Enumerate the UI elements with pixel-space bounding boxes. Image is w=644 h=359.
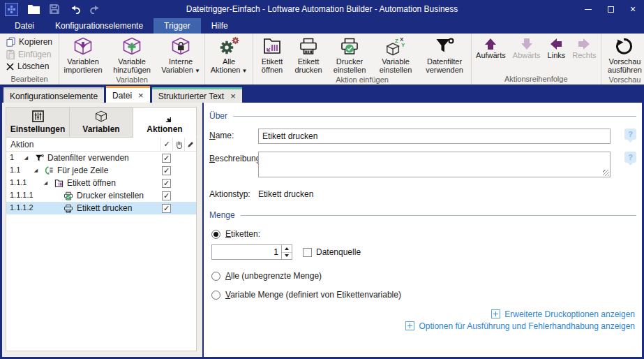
radio-button[interactable] (211, 291, 220, 300)
move-down-button: Abwärts (509, 34, 544, 74)
radio-button[interactable] (211, 230, 220, 239)
app-icon[interactable] (5, 3, 18, 16)
ribbon-tab-datei[interactable]: Datei (4, 18, 45, 34)
action-row-datenfilter[interactable]: 1 ◢ Datenfilter verwenden (6, 152, 196, 164)
set-variable-button[interactable]: ZXY Variable einstellen (373, 34, 419, 75)
ribbon-group-aktionsreihenfolge: Aufwärts Abwärts Links Rechts Aktionsrei… (471, 34, 600, 85)
printer-check-icon (340, 36, 359, 56)
copy-button[interactable]: Kopieren (3, 37, 55, 47)
expand-plus-icon (405, 321, 414, 330)
radio-label: Variable Menge (definiert von Etikettenv… (225, 290, 401, 300)
doc-tab-konfigurationselemente[interactable]: Konfigurationselemente (3, 87, 104, 103)
section-menge: Menge (209, 210, 636, 220)
paste-button: Einfügen (3, 50, 55, 59)
undo-icon[interactable] (69, 4, 80, 14)
move-up-button[interactable]: Aufwärts (472, 34, 509, 74)
edit-pencil-icon (184, 138, 196, 152)
row-number: 1.1.1 (10, 178, 27, 186)
sliders-icon (32, 110, 44, 122)
action-row-fuer-jede-zeile[interactable]: 1.1 ◢ Für jede Zeile (6, 164, 196, 177)
printer-barcode-icon (63, 203, 74, 214)
cube-zxy-icon: ZXY (385, 36, 406, 56)
arrow-down-icon (519, 37, 534, 51)
action-row-drucker-einstellen[interactable]: 1.1.1.1 Drucker einstellen (6, 189, 196, 202)
action-label: Etikett öffnen (67, 178, 116, 188)
action-row-etikett-drucken[interactable]: 1.1.1.2 Etikett drucken (6, 202, 196, 214)
quantity-increment-button[interactable] (282, 245, 292, 252)
cube-icon (95, 110, 107, 122)
datasource-label: Datenquelle (316, 247, 361, 257)
description-field[interactable] (258, 152, 611, 177)
use-data-filter-button[interactable]: Datenfilter verwenden (419, 34, 470, 75)
tab-einstellungen[interactable]: Einstellungen (6, 107, 70, 138)
row-number: 1.1 (10, 166, 20, 174)
action-label: Datenfilter verwenden (47, 153, 129, 163)
all-actions-button[interactable]: Alle Aktionen▼ (206, 34, 252, 75)
description-label: Beschreibung: (209, 152, 258, 163)
quantity-decrement-button[interactable] (282, 252, 292, 260)
name-field[interactable] (258, 129, 611, 144)
ribbon-group-variablen: Variablen importieren Variable hinzufüge… (59, 34, 204, 85)
import-variables-button[interactable]: Variablen importieren (60, 34, 106, 75)
ribbon-tab-hilfe[interactable]: Hilfe (201, 18, 239, 34)
run-preview-icon (615, 36, 635, 56)
save-icon[interactable] (50, 4, 59, 14)
label-quantity-field[interactable] (211, 244, 281, 260)
arrow-up-icon (483, 37, 498, 51)
internal-variables-button[interactable]: Interne Variablen▼ (158, 34, 204, 75)
funnel-icon (435, 36, 454, 56)
open-file-icon[interactable] (28, 5, 40, 14)
label-open-icon (53, 178, 64, 189)
action-enabled-checkbox[interactable] (162, 204, 171, 213)
action-enabled-checkbox[interactable] (162, 179, 171, 188)
close-tab-icon[interactable]: × (230, 91, 236, 101)
action-label: Für jede Zeile (57, 166, 108, 175)
radio-button[interactable] (211, 272, 220, 281)
action-enabled-checkbox[interactable] (162, 154, 171, 163)
radio-etiketten[interactable]: Etiketten: (209, 229, 636, 239)
help-badge[interactable]: ? (624, 129, 636, 140)
row-number: 1.1.1.2 (10, 203, 33, 212)
open-label-button[interactable]: Etikett öffnen (254, 34, 290, 75)
ribbon-tab-konfigurationselemente[interactable]: Konfigurationselemente (45, 18, 153, 34)
action-enabled-checkbox[interactable] (162, 191, 171, 200)
cube-import-icon (73, 36, 93, 56)
action-row-etikett-oeffnen[interactable]: 1.1.1 ◢ Etikett öffnen (6, 177, 196, 189)
for-each-icon (43, 166, 54, 176)
expander-icon[interactable]: ◢ (22, 155, 31, 161)
datasource-checkbox[interactable] (303, 248, 312, 257)
ribbon-tab-trigger[interactable]: Trigger (153, 18, 201, 34)
enabled-check-icon: ✓ (160, 138, 172, 152)
delete-button[interactable]: Löschen (3, 61, 55, 71)
help-badge[interactable]: ? (624, 152, 636, 163)
section-rule (241, 215, 636, 216)
execution-error-options-link[interactable]: Optionen für Ausführung und Fehlerhandha… (209, 321, 635, 331)
set-printer-button[interactable]: Drucker einstellen (327, 34, 373, 75)
action-enabled-checkbox[interactable] (162, 166, 171, 175)
print-label-button[interactable]: Etikett drucken (290, 34, 327, 75)
doc-tab-strukturierter-text[interactable]: Strukturierter Text × (152, 87, 242, 103)
datasource-option[interactable]: Datenquelle (303, 247, 361, 257)
minimize-button[interactable] (577, 0, 599, 18)
section-rule (233, 116, 636, 117)
add-variable-button[interactable]: Variable hinzufügen (106, 34, 158, 75)
move-left-button[interactable]: Links (544, 34, 569, 74)
doc-tab-datei[interactable]: Datei × (106, 86, 150, 103)
maximize-button[interactable] (599, 0, 622, 18)
ribbon-group-label (206, 75, 252, 85)
radio-variable-menge[interactable]: Variable Menge (definiert von Etikettenv… (209, 290, 636, 300)
expander-icon[interactable]: ◢ (41, 180, 50, 186)
advanced-print-options-link[interactable]: Erweiterte Druckoptionen anzeigen (209, 309, 635, 319)
radio-label: Alle (unbegrenzte Menge) (225, 271, 322, 281)
close-button[interactable]: × (622, 0, 644, 18)
main-area: Einstellungen Variablen Aktionen (0, 103, 644, 359)
cube-add-icon (122, 36, 142, 56)
run-preview-button[interactable]: Vorschau ausführen (602, 34, 644, 75)
tab-variablen[interactable]: Variablen (70, 107, 133, 138)
close-tab-icon[interactable]: × (138, 91, 144, 100)
radio-alle[interactable]: Alle (unbegrenzte Menge) (209, 271, 636, 281)
row-number: 1 (10, 153, 14, 161)
expander-icon[interactable]: ◢ (31, 168, 40, 173)
chevron-down-icon: ▼ (195, 68, 200, 74)
tab-aktionen[interactable]: Aktionen (133, 107, 197, 138)
